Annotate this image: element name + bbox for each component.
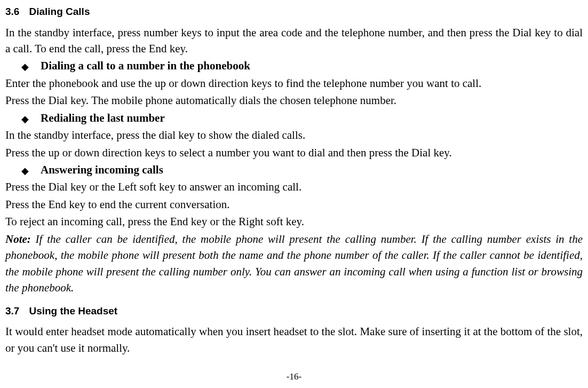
body-text: Press the Dial key. The mobile phone aut… xyxy=(5,92,583,108)
diamond-icon: ◆ xyxy=(21,114,29,124)
body-text: Enter the phonebook and use the up or do… xyxy=(5,75,583,91)
body-text: Press the Dial key or the Left soft key … xyxy=(5,179,583,195)
page-number: -16- xyxy=(0,370,588,384)
note-paragraph: Note: If the caller can be identified, t… xyxy=(5,231,583,296)
section-heading-3-7: 3.7Using the Headset xyxy=(5,304,583,319)
section-title: Dialing Calls xyxy=(29,6,90,17)
note-body: If the caller can be identified, the mob… xyxy=(5,233,583,294)
body-text: Press the End key to end the current con… xyxy=(5,196,583,212)
bullet-item-answering: ◆ Answering incoming calls xyxy=(21,162,583,178)
section-heading-3-6: 3.6Dialing Calls xyxy=(5,4,583,19)
body-text: To reject an incoming call, press the En… xyxy=(5,213,583,229)
body-text: Press the up or down direction keys to s… xyxy=(5,145,583,161)
body-text: It would enter headset mode automaticall… xyxy=(5,323,583,356)
body-text: In the standby interface, press the dial… xyxy=(5,127,583,143)
bullet-title: Answering incoming calls xyxy=(41,162,163,178)
section-title: Using the Headset xyxy=(29,305,117,316)
intro-paragraph: In the standby interface, press number k… xyxy=(5,25,583,57)
note-label: Note: xyxy=(5,233,31,246)
section-number: 3.6 xyxy=(5,4,19,19)
bullet-item-phonebook: ◆ Dialing a call to a number in the phon… xyxy=(21,58,583,74)
bullet-title: Redialing the last number xyxy=(41,110,165,126)
diamond-icon: ◆ xyxy=(21,62,29,72)
bullet-title: Dialing a call to a number in the phoneb… xyxy=(41,58,250,74)
diamond-icon: ◆ xyxy=(21,166,29,176)
section-number: 3.7 xyxy=(5,304,19,319)
bullet-item-redial: ◆ Redialing the last number xyxy=(21,110,583,126)
